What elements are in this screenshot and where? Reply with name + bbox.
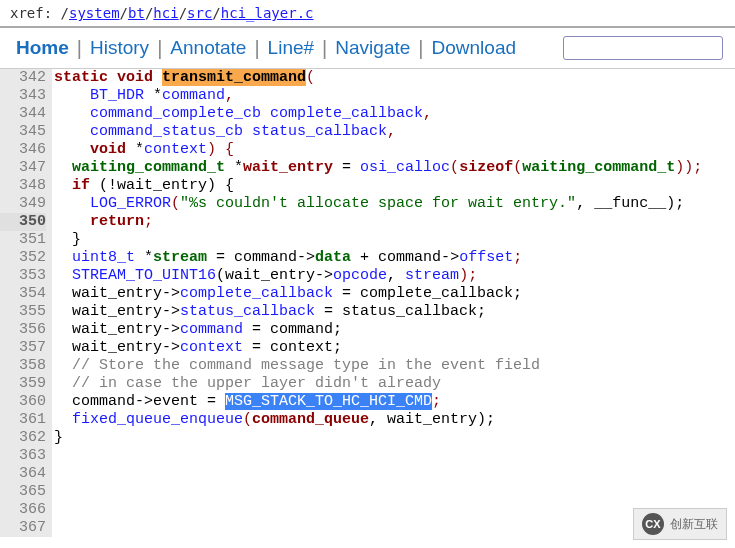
nav-sep: | [153,37,166,60]
line-number[interactable]: 343 [0,87,46,105]
line-number[interactable]: 365 [0,483,46,501]
code-line: void *context) { [54,141,702,159]
code-line: if (!wait_entry) { [54,177,702,195]
line-number[interactable]: 352 [0,249,46,267]
line-number[interactable]: 347 [0,159,46,177]
line-number[interactable]: 361 [0,411,46,429]
watermark: CX 创新互联 [633,508,727,537]
line-number[interactable]: 359 [0,375,46,393]
code-line: // in case the upper layer didn't alread… [54,375,702,393]
line-number[interactable]: 366 [0,501,46,519]
line-gutter[interactable]: 3423433443453463473483493503513523533543… [0,69,52,537]
code-line: } [54,429,702,447]
line-number[interactable]: 360 [0,393,46,411]
line-number[interactable]: 363 [0,447,46,465]
watermark-text: 创新互联 [670,516,718,533]
line-number[interactable]: 358 [0,357,46,375]
xref-bar: xref: /system/bt/hci/src/hci_layer.c [0,0,735,26]
code-line: wait_entry->status_callback = status_cal… [54,303,702,321]
line-number[interactable]: 346 [0,141,46,159]
line-number[interactable]: 342 [0,69,46,87]
line-number[interactable]: 351 [0,231,46,249]
line-number[interactable]: 348 [0,177,46,195]
xref-seg-0[interactable]: system [69,5,120,21]
nav-home[interactable]: Home [12,37,73,59]
highlight-msg-stack: MSG_STACK_TO_HC_HCI_CMD [225,393,432,410]
code-line: static void transmit_command( [54,69,702,87]
nav-bar: Home | History | Annotate | Line# | Navi… [0,28,735,69]
code-line: BT_HDR *command, [54,87,702,105]
code-line: wait_entry->complete_callback = complete… [54,285,702,303]
code-line: command_status_cb status_callback, [54,123,702,141]
nav-navigate[interactable]: Navigate [331,37,414,59]
watermark-logo-icon: CX [642,513,664,535]
line-number[interactable]: 354 [0,285,46,303]
line-number[interactable]: 357 [0,339,46,357]
xref-seg-1[interactable]: bt [128,5,145,21]
code-line: wait_entry->command = command; [54,321,702,339]
xref-slash-0: / [61,5,69,21]
nav-sep: | [73,37,86,60]
code-area: 3423433443453463473483493503513523533543… [0,69,735,537]
nav-history[interactable]: History [86,37,153,59]
search-input[interactable] [563,36,723,60]
line-number[interactable]: 356 [0,321,46,339]
code-line: fixed_queue_enqueue(command_queue, wait_… [54,411,702,429]
nav-sep: | [318,37,331,60]
nav-line[interactable]: Line# [264,37,319,59]
code-line: } [54,231,702,249]
code-line: waiting_command_t *wait_entry = osi_call… [54,159,702,177]
nav-annotate[interactable]: Annotate [166,37,250,59]
code-line: STREAM_TO_UINT16(wait_entry->opcode, str… [54,267,702,285]
highlight-transmit-command: transmit_command [162,69,306,86]
xref-seg-3[interactable]: src [187,5,212,21]
nav-sep: | [250,37,263,60]
code-line: uint8_t *stream = command->data + comman… [54,249,702,267]
line-number[interactable]: 345 [0,123,46,141]
line-number[interactable]: 344 [0,105,46,123]
line-number[interactable]: 362 [0,429,46,447]
code-line: LOG_ERROR("%s couldn't allocate space fo… [54,195,702,213]
code-line: // Store the command message type in the… [54,357,702,375]
line-number[interactable]: 349 [0,195,46,213]
xref-seg-2[interactable]: hci [153,5,178,21]
nav-sep: | [414,37,427,60]
code-line: command_complete_cb complete_callback, [54,105,702,123]
code-line: command->event = MSG_STACK_TO_HC_HCI_CMD… [54,393,702,411]
code-line: wait_entry->context = context; [54,339,702,357]
code-body[interactable]: static void transmit_command( BT_HDR *co… [52,69,702,537]
line-number[interactable]: 353 [0,267,46,285]
code-line: return; [54,213,702,231]
line-number[interactable]: 350 [0,213,46,231]
line-number[interactable]: 355 [0,303,46,321]
line-number[interactable]: 364 [0,465,46,483]
nav-download[interactable]: Download [428,37,521,59]
line-number[interactable]: 367 [0,519,46,537]
xref-label: xref: [10,5,61,21]
xref-seg-4[interactable]: hci_layer.c [221,5,314,21]
